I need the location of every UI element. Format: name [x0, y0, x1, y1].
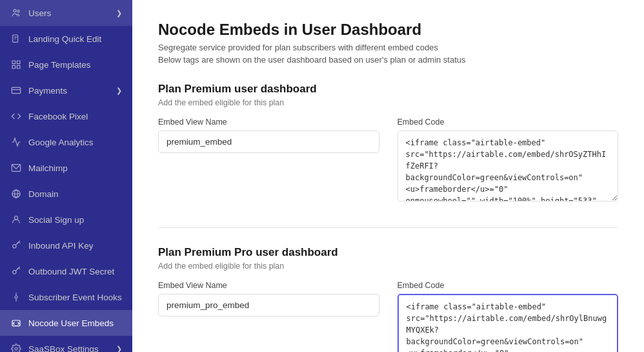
- chevron-right-icon: ❯: [116, 9, 122, 17]
- svg-point-15: [15, 347, 17, 350]
- sidebar-item-nocode-user-embeds[interactable]: Nocode User Embeds: [0, 310, 132, 336]
- premium-pro-embed-code-label: Embed Code: [397, 281, 619, 290]
- sidebar-item-label: Outbound JWT Secret: [28, 267, 114, 276]
- sidebar-item-label: Page Templates: [28, 60, 91, 70]
- premium-pro-embed-code-group: Embed Code <iframe class="airtable-embed…: [397, 281, 619, 352]
- section-premium-subtitle: Add the embed eligible for this plan: [158, 98, 618, 107]
- embed-icon: [10, 317, 22, 329]
- sidebar-item-users[interactable]: Users ❯: [0, 0, 132, 26]
- users-icon: [10, 7, 22, 19]
- page-subtitle1: Segregate service provided for plan subs…: [158, 43, 618, 52]
- sidebar-item-page-templates[interactable]: Page Templates: [0, 52, 132, 78]
- sidebar-item-label: SaaSBox Settings: [28, 344, 99, 353]
- premium-pro-embed-code-textarea[interactable]: <iframe class="airtable-embed" src="http…: [397, 294, 619, 352]
- sidebar-item-outbound-jwt-secret[interactable]: Outbound JWT Secret: [0, 258, 132, 284]
- svg-point-11: [13, 245, 16, 248]
- sidebar-item-inbound-api-key[interactable]: Inbound API Key: [0, 233, 132, 258]
- section-premium-pro-subtitle: Add the embed eligible for this plan: [158, 262, 618, 271]
- premium-embed-code-label: Embed Code: [397, 118, 619, 127]
- premium-pro-embed-view-name-label: Embed View Name: [158, 281, 379, 290]
- chevron-right-icon: ❯: [116, 345, 122, 353]
- hook-icon: [10, 291, 22, 303]
- svg-rect-6: [17, 65, 20, 68]
- sidebar-item-landing-quick-edit[interactable]: Landing Quick Edit: [0, 26, 132, 52]
- mail-icon: [10, 162, 22, 174]
- svg-point-1: [17, 10, 19, 12]
- main-content: Nocode Embeds in User Dashboard Segregat…: [132, 0, 644, 352]
- section-premium-pro: Plan Premium Pro user dashboard Add the …: [158, 246, 618, 352]
- section-premium-pro-title: Plan Premium Pro user dashboard: [158, 246, 618, 259]
- sidebar-item-label: Inbound API Key: [28, 241, 94, 251]
- premium-embed-code-group: Embed Code <iframe class="airtable-embed…: [397, 118, 619, 204]
- svg-point-0: [14, 10, 16, 12]
- sidebar-item-label: Mailchimp: [28, 163, 68, 173]
- section-premium-title: Plan Premium user dashboard: [158, 83, 618, 96]
- sidebar-item-facebook-pixel[interactable]: Facebook Pixel: [0, 103, 132, 129]
- premium-pro-embed-view-name-input[interactable]: [158, 294, 379, 316]
- card-icon: [10, 85, 22, 96]
- sidebar-item-mailchimp[interactable]: Mailchimp: [0, 155, 132, 181]
- svg-rect-7: [12, 87, 20, 93]
- premium-pro-embed-view-name-group: Embed View Name: [158, 281, 379, 316]
- chart-icon: [10, 136, 22, 148]
- sidebar-item-label: Subscriber Event Hooks: [28, 293, 122, 302]
- globe-icon: [10, 188, 22, 200]
- sidebar-item-label: Payments: [28, 86, 67, 96]
- sidebar-item-saasbox-settings[interactable]: SaaSBox Settings ❯: [0, 336, 132, 352]
- svg-point-12: [13, 271, 16, 274]
- chevron-right-icon: ❯: [116, 87, 122, 95]
- settings-icon: [10, 343, 22, 352]
- svg-rect-3: [12, 61, 15, 64]
- sidebar-item-label: Nocode User Embeds: [28, 318, 114, 328]
- svg-rect-5: [12, 65, 15, 68]
- section-premium: Plan Premium user dashboard Add the embe…: [158, 83, 618, 204]
- sidebar-item-subscriber-event-hooks[interactable]: Subscriber Event Hooks: [0, 284, 132, 310]
- sidebar-item-google-analytics[interactable]: Google Analytics: [0, 129, 132, 155]
- sidebar-item-domain[interactable]: Domain: [0, 181, 132, 207]
- sidebar-item-social-sign-up[interactable]: Social Sign up: [0, 207, 132, 233]
- svg-point-10: [14, 216, 17, 220]
- sidebar-item-label: Users: [28, 8, 51, 18]
- code-icon: [10, 110, 22, 122]
- svg-rect-4: [17, 61, 20, 64]
- person-icon: [10, 214, 22, 225]
- sidebar-item-label: Google Analytics: [28, 138, 94, 147]
- premium-embed-view-name-input[interactable]: [158, 130, 379, 153]
- grid-icon: [10, 59, 22, 70]
- page-title: Nocode Embeds in User Dashboard: [158, 21, 618, 39]
- file-icon: [10, 33, 22, 45]
- key2-icon: [10, 265, 22, 277]
- premium-embed-view-name-group: Embed View Name: [158, 118, 379, 153]
- sidebar: Users ❯ Landing Quick Edit Page Template…: [0, 0, 132, 352]
- svg-point-13: [15, 296, 17, 298]
- sidebar-item-label: Social Sign up: [28, 215, 84, 225]
- premium-embed-code-textarea[interactable]: <iframe class="airtable-embed" src="http…: [397, 130, 619, 202]
- premium-fields-row: Embed View Name Embed Code <iframe class…: [158, 118, 618, 204]
- sidebar-item-label: Landing Quick Edit: [28, 34, 101, 44]
- key-icon: [10, 240, 22, 251]
- sidebar-item-label: Domain: [28, 189, 59, 199]
- premium-pro-fields-row: Embed View Name Embed Code <iframe class…: [158, 281, 618, 352]
- sidebar-item-label: Facebook Pixel: [28, 112, 88, 121]
- page-subtitle2: Below tags are shown on the user dashboa…: [158, 55, 618, 65]
- section-divider: [158, 227, 618, 228]
- premium-embed-view-name-label: Embed View Name: [158, 118, 379, 127]
- sidebar-item-payments[interactable]: Payments ❯: [0, 78, 132, 103]
